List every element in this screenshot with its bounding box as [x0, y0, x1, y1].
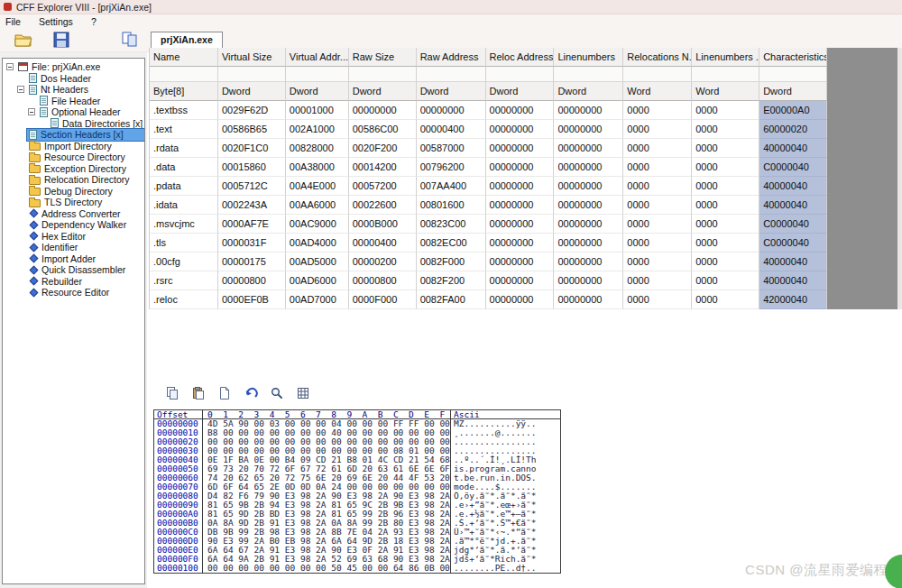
column-header[interactable]: Name [150, 48, 218, 67]
expander-icon[interactable] [6, 63, 14, 70]
section-row-idata[interactable]: .idata0002243A00AA6000000226000080160000… [150, 196, 827, 215]
hex-ascii[interactable]: jdš+‘ã˜*Rich.ã˜* [450, 555, 560, 564]
tree-item-dos-header[interactable]: Dos Header [3, 73, 144, 85]
tree-item-tls-directory[interactable]: TLS Directory [3, 197, 144, 208]
hex-ascii[interactable]: Û›™+˜ã˜*‹~.*“ã˜* [450, 528, 560, 537]
expander-icon[interactable] [28, 108, 35, 115]
tool-icon [30, 220, 39, 229]
hex-ascii[interactable]: .e.+½ã˜*.e™+–ã˜* [450, 510, 560, 519]
tree-item-quick-disassembler[interactable]: Quick Disassembler [3, 264, 144, 276]
menu-help[interactable]: ? [91, 16, 97, 27]
cell: .rdata [150, 139, 218, 158]
cell: Dword [218, 82, 286, 101]
cell: 0000 [623, 196, 692, 215]
hex-ascii[interactable]: ¸.......@....... [450, 428, 560, 437]
cell: .idata [150, 196, 218, 215]
section-row-rsrc[interactable]: .rsrc0000080000AD6000000008000082F200000… [150, 271, 827, 290]
cell: .tls [150, 234, 218, 253]
tree-item-rebuilder[interactable]: Rebuilder [3, 276, 144, 288]
column-header[interactable]: Linenumbers ... [692, 48, 759, 67]
cell: 0020F200 [349, 139, 417, 158]
cell: 00A4E000 [286, 177, 349, 196]
cell: 0000AF7E [218, 215, 286, 234]
copy-button[interactable] [165, 386, 179, 400]
grid-icon [297, 387, 309, 400]
cell: 00000000 [554, 271, 623, 290]
section-row-rdata[interactable]: .rdata0020F1C0008280000020F2000058700000… [150, 139, 827, 158]
tree-item-import-adder[interactable]: Import Adder [3, 253, 144, 265]
section-row-pdata[interactable]: .pdata0005712C00A4E00000057200007AA40000… [150, 177, 827, 196]
document-tab[interactable]: prjXiAn.exe [151, 32, 223, 48]
cell: 0082EC00 [417, 234, 486, 253]
hex-ascii[interactable]: .ã™*°ë˜*jd.+.ã˜* [450, 537, 560, 546]
tree-item-address-converter[interactable]: Address Converter [3, 208, 144, 220]
hex-ascii[interactable]: t.be.run.in.DOS. [450, 473, 560, 482]
open-file-button[interactable] [12, 30, 37, 50]
tree-item-identifier[interactable]: Identifier [3, 242, 144, 253]
document-tab-label: prjXiAn.exe [161, 34, 213, 45]
column-header[interactable]: Virtual Addr... [286, 48, 349, 67]
cell: 00000000 [554, 253, 623, 271]
tree-item-import-directory[interactable]: Import Directory [3, 141, 144, 152]
hex-ascii[interactable]: ........PE..d†.. [450, 564, 560, 573]
hex-view-button[interactable] [117, 30, 143, 50]
cell: 00015860 [218, 158, 286, 177]
search-button[interactable] [270, 386, 284, 400]
hex-offset: 00000100 [154, 564, 203, 573]
hex-ascii[interactable]: jdg*‘ã˜*.ã.*‘ã˜* [450, 546, 560, 555]
column-header[interactable]: Virtual Size [218, 48, 286, 67]
tree-item-relocation-directory[interactable]: Relocation Directory [3, 174, 144, 186]
tree-item-file-header[interactable]: File Header [3, 96, 144, 107]
hex-ascii[interactable]: is.program.canno [450, 464, 560, 473]
tree-item-resource-editor[interactable]: Resource Editor [3, 287, 144, 299]
save-file-button[interactable] [49, 30, 74, 50]
tree-item-file-prjxian-exe[interactable]: File: prjXiAn.exe [3, 61, 144, 73]
tree-item-hex-editor[interactable]: Hex Editor [3, 231, 144, 243]
tree-item-data-directories-x[interactable]: Data Directories [x] [3, 118, 144, 130]
folder-icon [29, 154, 41, 162]
column-header[interactable]: Characteristics [759, 48, 827, 67]
column-header[interactable]: Reloc Address [486, 48, 555, 67]
tree-item-label: Quick Disassembler [41, 264, 125, 276]
section-row-textbss[interactable]: .textbss0029F62D000010000000000000000000… [150, 101, 827, 120]
section-row-msvcjmc[interactable]: .msvcjmc0000AF7E00AC90000000B00000823C00… [150, 215, 827, 234]
hex-ascii[interactable]: ................ [450, 437, 560, 446]
section-row-tls[interactable]: .tls0000031F00AD4000000004000082EC000000… [150, 234, 827, 253]
tree-item-resource-directory[interactable]: Resource Directory [3, 152, 144, 163]
expander-icon[interactable] [17, 86, 24, 93]
undo-button[interactable] [244, 386, 258, 400]
menu-settings[interactable]: Settings [39, 16, 73, 27]
column-header[interactable]: Relocations N... [623, 48, 692, 67]
hex-ascii[interactable]: ..º..´.Í!¸.LÍ!Th [450, 455, 560, 464]
tool-icon [30, 243, 39, 252]
tree-item-nt-headers[interactable]: Nt Headers [3, 84, 144, 96]
hex-ascii[interactable]: .e›+”ã˜*.eœ+›ã˜* [450, 501, 560, 510]
hex-ascii[interactable]: mode....$....... [450, 482, 560, 492]
tree-item-label: Rebuilder [41, 276, 82, 288]
fill-button[interactable] [217, 386, 232, 400]
hex-ascii[interactable]: ................ [450, 446, 560, 455]
column-header[interactable]: Raw Size [349, 48, 417, 67]
grid-settings-button[interactable] [296, 386, 310, 400]
section-row-00cfg[interactable]: .00cfg0000017500AD5000000002000082F00000… [150, 253, 827, 271]
hex-ascii[interactable]: .Š.+‘ã˜*.Š™+€ã˜* [450, 519, 560, 528]
hex-bytes[interactable]: 00 00 00 00 00 00 00 00 50 45 00 00 64 8… [203, 564, 450, 573]
tree-item-exception-directory[interactable]: Exception Directory [3, 163, 144, 175]
section-row-text[interactable]: .text00586B65002A100000586C0000000400000… [150, 120, 827, 139]
section-row-reloc[interactable]: .reloc0000EF0B00AD70000000F0000082FA0000… [150, 290, 827, 309]
tree-item-body: Section Headers [x] [27, 129, 144, 141]
tree-item-debug-directory[interactable]: Debug Directory [3, 186, 144, 198]
tree-item-optional-header[interactable]: Optional Header [3, 106, 144, 118]
vertical-scrollbar[interactable] [897, 48, 902, 309]
hex-ascii[interactable]: Ô‚öy.ã˜*.ã˜*.ã˜* [450, 492, 560, 501]
paste-button[interactable] [191, 386, 206, 400]
hex-ascii[interactable]: MZ..........ÿÿ.. [450, 419, 560, 428]
section-row-data[interactable]: .data0001586000A380000001420000796200000… [150, 158, 827, 177]
column-header[interactable]: Linenumbers [554, 48, 623, 67]
column-header[interactable]: Raw Address [417, 48, 486, 67]
cell: 00000000 [486, 196, 555, 215]
tree-item-dependency-walker[interactable]: Dependency Walker [3, 219, 144, 231]
menu-file[interactable]: File [5, 16, 21, 27]
cell: .data [150, 158, 218, 177]
tree-item-section-headers-x[interactable]: Section Headers [x] [3, 129, 144, 141]
